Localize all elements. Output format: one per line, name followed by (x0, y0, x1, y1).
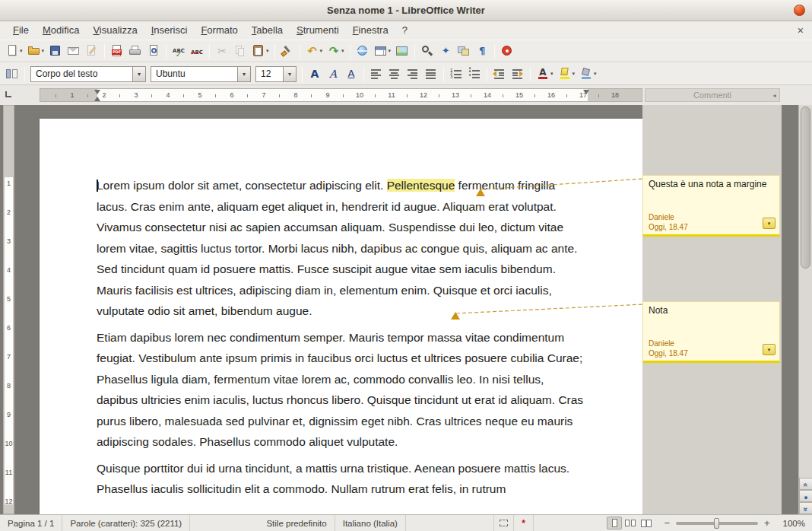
menu-item-strumenti[interactable]: Strumenti (290, 21, 346, 40)
menu-item-file[interactable]: File (6, 21, 36, 40)
page-number-status[interactable]: Pagina 1 / 1 (0, 515, 62, 531)
selection-mode-status[interactable] (494, 515, 514, 531)
auto-spellcheck-button[interactable] (189, 41, 205, 61)
tab-stop-selector[interactable] (5, 91, 11, 97)
print-preview-button[interactable] (145, 41, 162, 61)
insert-table-button[interactable]: ▾ (373, 41, 393, 61)
comments-collapse-icon[interactable]: ◄ (772, 93, 777, 98)
previous-page-button[interactable]: « (799, 478, 812, 490)
bullet-list-button[interactable] (466, 64, 483, 84)
menu-item-inserisci[interactable]: Inserisci (144, 21, 195, 40)
menu-item-tabella[interactable]: Tabella (245, 21, 290, 40)
align-center-button[interactable] (386, 64, 403, 84)
comment-menu-button[interactable]: ▾ (763, 218, 776, 229)
comment-text[interactable]: Questa è una nota a margine (649, 179, 774, 189)
find-replace-button[interactable] (419, 41, 436, 61)
formatting-marks-button[interactable]: ¶ (474, 41, 490, 61)
comment-anchor-highlight[interactable]: Pellentesque (387, 179, 455, 192)
comment-menu-button[interactable]: ▾ (763, 344, 776, 355)
font-size-combo[interactable]: 12 ▾ (255, 66, 297, 82)
new-document-dropdown[interactable]: ▾ (20, 48, 23, 54)
paragraph-1[interactable]: Lorem ipsum dolor sit amet, consectetur … (97, 175, 587, 322)
paragraph-2[interactable]: Etiam dapibus lorem nec condimentum semp… (97, 327, 587, 453)
highlight-color-button[interactable]: ▾ (557, 64, 577, 84)
zoom-slider-thumb[interactable] (714, 518, 719, 529)
zoom-in-button[interactable]: + (762, 517, 772, 529)
document-page[interactable]: Lorem ipsum dolor sit amet, consectetur … (40, 119, 642, 514)
insert-mode-status[interactable] (474, 515, 494, 531)
highlight-color-dropdown[interactable]: ▾ (573, 71, 576, 77)
insert-table-dropdown[interactable]: ▾ (389, 48, 392, 54)
export-pdf-button[interactable] (109, 41, 125, 61)
bold-button[interactable]: A (306, 64, 323, 84)
paragraph-style-dropdown[interactable]: ▾ (132, 67, 145, 81)
font-name-dropdown[interactable]: ▾ (237, 67, 250, 81)
menu-item-finestra[interactable]: Finestra (346, 21, 395, 40)
vertical-scrollbar[interactable]: « ● » (798, 105, 812, 514)
email-document-button[interactable] (65, 41, 82, 61)
align-left-button[interactable] (368, 64, 385, 84)
first-line-indent-marker[interactable] (94, 90, 100, 94)
help-button[interactable] (499, 41, 515, 61)
comment-text[interactable]: Nota (649, 305, 774, 316)
undo-dropdown[interactable]: ▾ (320, 48, 323, 54)
left-indent-marker[interactable] (94, 97, 100, 101)
menu-item-modifica[interactable]: Modifica (36, 21, 86, 40)
save-button[interactable] (47, 41, 64, 61)
language-status[interactable]: Italiano (Italia) (335, 515, 406, 531)
multi-page-view-button[interactable] (623, 517, 638, 529)
undo-button[interactable]: ↶▾ (304, 41, 325, 61)
clone-formatting-button[interactable] (279, 41, 296, 61)
hyperlink-button[interactable] (354, 41, 371, 61)
vertical-ruler[interactable]: 123456789101112 (3, 105, 14, 514)
word-count-status[interactable]: Parole (caratteri): 325 (2211) (62, 515, 190, 531)
single-page-view-button[interactable] (607, 517, 622, 529)
menu-item-visualizza[interactable]: Visualizza (86, 21, 144, 40)
gallery-button[interactable] (455, 41, 472, 61)
open-button[interactable]: ▾ (26, 41, 46, 61)
document-text[interactable]: Lorem ipsum dolor sit amet, consectetur … (97, 175, 587, 505)
zoom-slider[interactable] (676, 522, 758, 525)
window-close-button[interactable] (794, 5, 805, 16)
document-modified-status[interactable]: * (514, 515, 534, 531)
zoom-out-button[interactable]: − (661, 517, 672, 529)
redo-dropdown[interactable]: ▾ (341, 48, 344, 54)
sidebar-toggle-button[interactable] (4, 64, 21, 84)
decrease-indent-button[interactable] (491, 64, 508, 84)
spelling-button[interactable] (170, 41, 187, 61)
navigator-button[interactable]: ✦ (437, 41, 454, 61)
scrollbar-thumb[interactable] (801, 107, 810, 269)
zoom-level[interactable]: 100% (776, 515, 812, 531)
navigate-by-button[interactable]: ● (799, 490, 812, 502)
close-document-button[interactable]: × (789, 24, 812, 37)
align-right-button[interactable] (404, 64, 421, 84)
underline-button[interactable]: A (343, 64, 360, 84)
background-color-dropdown[interactable]: ▾ (594, 71, 597, 77)
book-view-button[interactable] (639, 517, 654, 529)
align-justify-button[interactable] (423, 64, 439, 84)
open-dropdown[interactable]: ▾ (42, 48, 45, 54)
increase-indent-button[interactable] (509, 64, 526, 84)
menu-item-formato[interactable]: Formato (194, 21, 244, 40)
redo-button[interactable]: ↷▾ (325, 41, 346, 61)
background-color-button[interactable]: ▾ (578, 64, 598, 84)
next-page-button[interactable]: » (799, 502, 812, 514)
paste-dropdown[interactable]: ▾ (266, 48, 269, 54)
menu-item-help[interactable]: ? (395, 21, 414, 40)
font-name-combo[interactable]: Ubuntu ▾ (151, 66, 251, 82)
insert-image-button[interactable] (394, 41, 411, 61)
print-button[interactable] (127, 41, 144, 61)
new-document-button[interactable]: ▾ (4, 41, 24, 61)
font-size-dropdown[interactable]: ▾ (283, 67, 296, 81)
numbered-list-button[interactable] (448, 64, 465, 84)
comment-1[interactable]: Questa è una nota a margine Daniele Oggi… (642, 175, 780, 237)
page-style-status[interactable]: Stile predefinito (259, 515, 335, 531)
title-bar[interactable]: Senza nome 1 - LibreOffice Writer (0, 0, 812, 21)
right-indent-marker[interactable] (583, 90, 589, 94)
italic-button[interactable]: A (325, 64, 341, 84)
comment-2[interactable]: Nota Daniele Oggi, 18.47 ▾ (642, 301, 780, 363)
paste-button[interactable]: ▾ (250, 41, 271, 61)
font-color-button[interactable]: A▾ (534, 64, 555, 84)
font-color-dropdown[interactable]: ▾ (550, 71, 553, 77)
horizontal-ruler[interactable]: 123456789101112131415161718 (40, 88, 642, 102)
